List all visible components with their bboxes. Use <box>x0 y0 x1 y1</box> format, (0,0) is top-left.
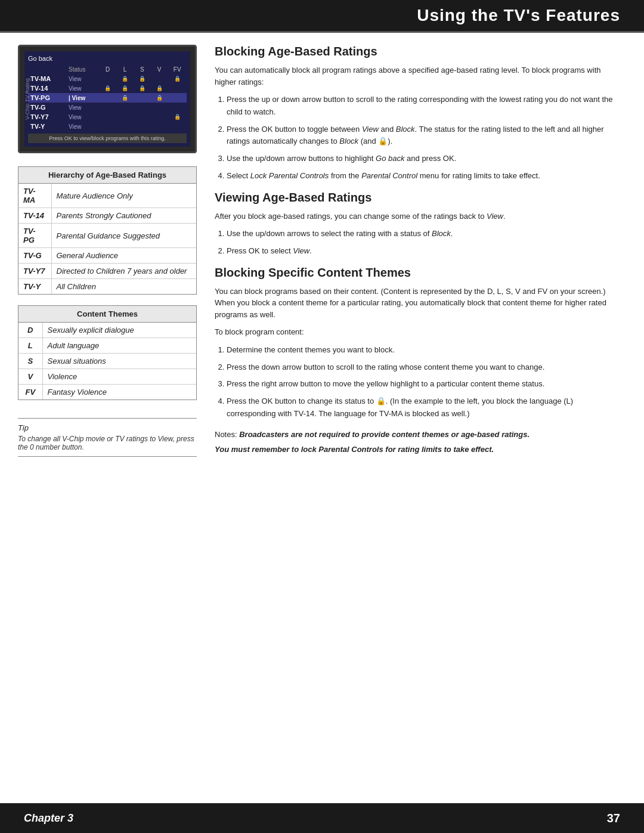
tip-text: To change all V-Chip movie or TV ratings… <box>18 435 197 451</box>
footer-page-number: 37 <box>607 812 620 825</box>
table-row: TV-MA View 🔒 🔒 🔒 <box>28 74 187 83</box>
rating-code: TV-G <box>18 248 51 264</box>
theme-description: Sexual situations <box>42 354 196 369</box>
rating-description: Directed to Children 7 years and older <box>51 264 196 279</box>
tv-screen-mockup: V-Chip TV Rating Go back Status D L S V … <box>18 45 197 153</box>
rating-description: Mature Audience Only <box>51 184 196 208</box>
list-item: Press the down arrow button to scroll to… <box>227 361 620 374</box>
table-row: TV-14 View 🔒 🔒 🔒 🔒 <box>28 83 187 93</box>
age-based-ratings-table: TV-MA Mature Audience Only TV-14 Parents… <box>18 184 196 294</box>
header-title: Using the TV's Features <box>417 6 620 24</box>
table-row: V Violence <box>18 369 196 385</box>
section1-intro: You can automatically block all program … <box>215 64 620 88</box>
section3-block-intro: To block program content: <box>215 326 620 338</box>
table-row: L Adult language <box>18 338 196 354</box>
theme-description: Sexually explicit dialogue <box>42 323 196 338</box>
tip-section: Tip To change all V-Chip movie or TV rat… <box>18 418 197 457</box>
page-footer: Chapter 3 37 <box>0 803 644 833</box>
theme-code: V <box>18 369 42 385</box>
theme-description: Adult language <box>42 338 196 354</box>
table-row: TV-Y7 Directed to Children 7 years and o… <box>18 264 196 279</box>
theme-code: D <box>18 323 42 338</box>
theme-code: L <box>18 338 42 354</box>
page-header: Using the TV's Features <box>0 0 644 33</box>
list-item: Select Lock Parental Controls from the P… <box>227 170 620 182</box>
table-row: S Sexual situations <box>18 354 196 369</box>
tip-title: Tip <box>18 423 197 432</box>
rating-code: TV-Y <box>18 279 51 295</box>
list-item: Press the OK button to toggle between Vi… <box>227 123 620 148</box>
table-row: TV-Y7 View 🔒 <box>28 112 187 122</box>
note1-text: Notes: Broadcasters are not required to … <box>215 429 620 441</box>
list-item: Press the up or down arrow button to scr… <box>227 94 620 119</box>
list-item: Determine the content themes you want to… <box>227 344 620 357</box>
table-row: TV-G View <box>28 103 187 112</box>
content-themes-table: D Sexually explicit dialogue L Adult lan… <box>18 323 196 400</box>
rating-code: TV-PG <box>18 224 51 248</box>
theme-description: Violence <box>42 369 196 385</box>
age-based-ratings-table-wrapper: Hierarchy of Age-Based Ratings TV-MA Mat… <box>18 166 197 295</box>
left-column: V-Chip TV Rating Go back Status D L S V … <box>18 45 197 459</box>
table-row: TV-G General Audience <box>18 248 196 264</box>
theme-code: S <box>18 354 42 369</box>
table-row: TV-Y View <box>28 122 187 131</box>
rating-description: Parents Strongly Cautioned <box>51 208 196 224</box>
theme-code: FV <box>18 385 42 400</box>
right-column: Blocking Age-Based Ratings You can autom… <box>215 45 620 459</box>
rating-description: General Audience <box>51 248 196 264</box>
rating-code: TV-MA <box>18 184 51 208</box>
tv-ratings-table: Status D L S V FV TV-MA View <box>28 65 187 131</box>
section3-steps: Determine the content themes you want to… <box>227 344 620 420</box>
note2-text: You must remember to lock Parental Contr… <box>215 444 620 456</box>
list-item: Use the up/down arrow buttons to highlig… <box>227 153 620 165</box>
section2-intro: After you block age-based ratings, you c… <box>215 210 620 222</box>
section1-title: Blocking Age-Based Ratings <box>215 45 620 58</box>
rating-code: TV-Y7 <box>18 264 51 279</box>
rating-code: TV-14 <box>18 208 51 224</box>
tv-bottom-bar-text: Press OK to view/block programs with thi… <box>28 134 187 143</box>
notes-section: Notes: Broadcasters are not required to … <box>215 429 620 456</box>
section3-title: Blocking Specific Content Themes <box>215 266 620 280</box>
list-item: Press OK to select View. <box>227 245 620 258</box>
rating-description: Parental Guidance Suggested <box>51 224 196 248</box>
main-content: V-Chip TV Rating Go back Status D L S V … <box>0 33 644 471</box>
section1-steps: Press the up or down arrow button to scr… <box>227 94 620 182</box>
footer-chapter-label: Chapter 3 <box>24 812 73 825</box>
table-row: TV-14 Parents Strongly Cautioned <box>18 208 196 224</box>
content-themes-header: Content Themes <box>18 306 196 323</box>
theme-description: Fantasy Violence <box>42 385 196 400</box>
table-row: TV-Y All Children <box>18 279 196 295</box>
tv-side-label: V-Chip TV Rating <box>24 78 30 119</box>
content-themes-table-wrapper: Content Themes D Sexually explicit dialo… <box>18 305 197 400</box>
tv-go-back-label: Go back <box>28 55 187 62</box>
list-item: Press the OK button to change its status… <box>227 395 620 420</box>
table-row-highlighted: TV-PG | View 🔒 🔒 <box>28 93 187 103</box>
section2-steps: Use the up/down arrows to select the rat… <box>227 228 620 258</box>
list-item: Use the up/down arrows to select the rat… <box>227 228 620 240</box>
section3-intro: You can block programs based on their co… <box>215 286 620 321</box>
table-row: FV Fantasy Violence <box>18 385 196 400</box>
tv-screen-inner: Go back Status D L S V FV <box>24 51 190 147</box>
rating-description: All Children <box>51 279 196 295</box>
table-row: TV-PG Parental Guidance Suggested <box>18 224 196 248</box>
table-row: D Sexually explicit dialogue <box>18 323 196 338</box>
age-based-ratings-header: Hierarchy of Age-Based Ratings <box>18 167 196 184</box>
section2-title: Viewing Age-Based Ratings <box>215 191 620 205</box>
list-item: Press the right arrow button to move the… <box>227 378 620 391</box>
table-row: TV-MA Mature Audience Only <box>18 184 196 208</box>
